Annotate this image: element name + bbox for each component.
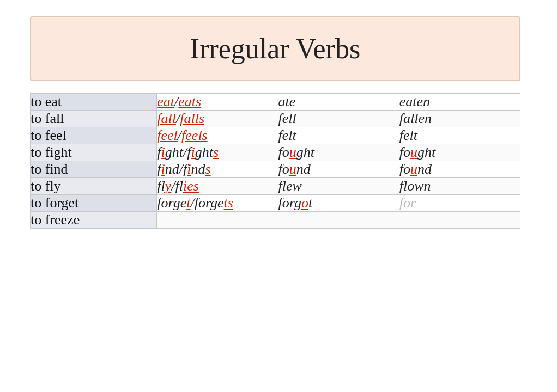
infinitive-cell: to fall [31,111,157,127]
past-participle-cell: flown [399,178,520,195]
past-participle-cell: fought [399,144,520,161]
infinitive-cell: to feel [31,127,157,144]
present-form-cell: find/finds [157,161,278,178]
table-row: to fallfall/fallsfellfallen [31,111,520,127]
infinitive-cell: to forget [31,195,157,212]
present-form-cell: eat/eats [157,94,278,111]
page-wrapper: Irregular Verbs to eateat/eatsateeatento… [0,0,557,240]
table-row: to eateat/eatsateeaten [31,94,520,111]
present-form-cell [157,212,278,229]
table-row: to fightfight/fightsfoughtfought [31,144,520,161]
infinitive-cell: to freeze [31,212,157,229]
verb-table: to eateat/eatsateeatento fallfall/fallsf… [30,93,520,229]
infinitive-cell: to find [31,161,157,178]
past-form-cell: felt [278,127,399,144]
present-form-cell: fall/falls [157,111,278,127]
past-participle-cell [399,212,520,229]
present-form-cell: fight/fights [157,144,278,161]
past-participle-cell: for [399,195,520,212]
table-row: to flyfly/fliesflewflown [31,178,520,195]
table-row: to freeze [31,212,520,229]
past-form-cell [278,212,399,229]
past-form-cell: fought [278,144,399,161]
table-row: to feelfeel/feelsfeltfelt [31,127,520,144]
past-participle-cell: felt [399,127,520,144]
page-title: Irregular Verbs [190,33,360,64]
past-form-cell: found [278,161,399,178]
past-participle-cell: found [399,161,520,178]
past-form-cell: ate [278,94,399,111]
table-row: to forgetforget/forgetsforgotfor [31,195,520,212]
past-form-cell: fell [278,111,399,127]
title-box: Irregular Verbs [30,16,520,81]
past-form-cell: forgot [278,195,399,212]
past-participle-cell: fallen [399,111,520,127]
infinitive-cell: to eat [31,94,157,111]
past-form-cell: flew [278,178,399,195]
present-form-cell: forget/forgets [157,195,278,212]
infinitive-cell: to fly [31,178,157,195]
present-form-cell: fly/flies [157,178,278,195]
present-form-cell: feel/feels [157,127,278,144]
infinitive-cell: to fight [31,144,157,161]
past-participle-cell: eaten [399,94,520,111]
table-row: to findfind/findsfoundfound [31,161,520,178]
